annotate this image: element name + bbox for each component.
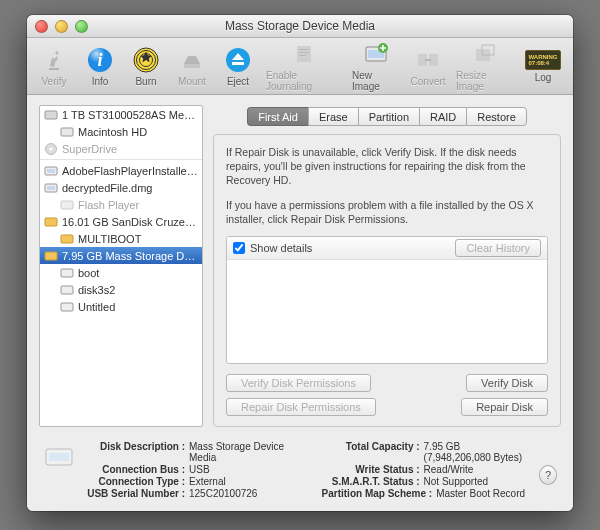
sidebar-item-volume[interactable]: MULTIBOOT xyxy=(40,230,202,247)
ext-vol-icon xyxy=(60,232,74,246)
repair-permissions-button[interactable]: Repair Disk Permissions xyxy=(226,398,376,416)
svg-rect-27 xyxy=(47,186,55,190)
svg-rect-36 xyxy=(49,453,69,461)
sidebar-item-disk[interactable]: 16.01 GB SanDisk Cruze… xyxy=(40,213,202,230)
sidebar-item-superdrive[interactable]: SuperDrive xyxy=(40,140,202,157)
svg-rect-31 xyxy=(45,252,57,260)
svg-rect-30 xyxy=(61,235,73,243)
main-panel: First Aid Erase Partition RAID Restore I… xyxy=(213,105,561,427)
show-details-checkbox[interactable]: Show details xyxy=(233,242,312,254)
disk-utility-window: Mass Storage Device Media Verify i Info … xyxy=(27,15,573,511)
sidebar-item-dmg[interactable]: decryptedFile.dmg xyxy=(40,179,202,196)
external-disk-icon xyxy=(44,215,58,229)
repair-disk-button[interactable]: Repair Disk xyxy=(461,398,548,416)
info-text-2: If you have a permissions problem with a… xyxy=(226,198,548,226)
svg-rect-12 xyxy=(299,55,306,56)
verify-disk-button[interactable]: Verify Disk xyxy=(466,374,548,392)
sidebar-item-disk-selected[interactable]: 7.95 GB Mass Storage D… xyxy=(40,247,202,264)
vol-icon xyxy=(60,266,74,280)
disk-image-icon xyxy=(43,441,75,473)
info-icon: i xyxy=(86,46,114,74)
journal-icon xyxy=(290,40,318,68)
svg-point-23 xyxy=(50,147,53,150)
svg-rect-7 xyxy=(184,64,200,68)
sidebar-item-volume[interactable]: disk3s2 xyxy=(40,281,202,298)
svg-rect-34 xyxy=(61,303,73,311)
verify-button[interactable]: Verify xyxy=(33,44,75,89)
mount-icon xyxy=(178,46,206,74)
svg-rect-21 xyxy=(61,128,73,136)
sidebar-item-volume[interactable]: Macintosh HD xyxy=(40,123,202,140)
resize-image-button[interactable]: Resize Image xyxy=(453,38,517,94)
mount-button[interactable]: Mount xyxy=(171,44,213,89)
new-image-icon xyxy=(362,40,390,68)
sidebar-item-disk[interactable]: 1 TB ST31000528AS Media xyxy=(40,106,202,123)
svg-rect-20 xyxy=(45,111,57,119)
convert-icon xyxy=(414,46,442,74)
eject-icon xyxy=(224,46,252,74)
eject-button[interactable]: Eject xyxy=(217,44,259,89)
microscope-icon xyxy=(40,46,68,74)
window-title: Mass Storage Device Media xyxy=(27,19,573,33)
vol-icon xyxy=(60,198,74,212)
svg-text:i: i xyxy=(97,50,102,70)
burn-icon xyxy=(132,46,160,74)
sidebar-item-volume[interactable]: Flash Player xyxy=(40,196,202,213)
svg-rect-29 xyxy=(45,218,57,226)
sidebar-item-volume[interactable]: Untitled xyxy=(40,298,202,315)
new-image-button[interactable]: New Image xyxy=(349,38,403,94)
svg-rect-28 xyxy=(61,201,73,209)
tab-restore[interactable]: Restore xyxy=(466,107,527,126)
svg-rect-10 xyxy=(299,49,309,50)
dmg-icon xyxy=(44,181,58,195)
svg-rect-33 xyxy=(61,286,73,294)
sidebar-item-volume[interactable]: boot xyxy=(40,264,202,281)
vol-icon xyxy=(60,283,74,297)
log-chip-icon: WARNING07:08:4 xyxy=(525,50,561,70)
resize-icon xyxy=(471,40,499,68)
hd-icon xyxy=(60,125,74,139)
vol-icon xyxy=(60,300,74,314)
titlebar[interactable]: Mass Storage Device Media xyxy=(27,15,573,38)
first-aid-group: If Repair Disk is unavailable, click Ver… xyxy=(213,134,561,427)
external-disk-icon xyxy=(44,249,58,263)
sidebar-item-dmg[interactable]: AdobeFlashPlayerInstalle… xyxy=(40,162,202,179)
svg-rect-32 xyxy=(61,269,73,277)
info-button[interactable]: i Info xyxy=(79,44,121,89)
svg-rect-11 xyxy=(299,52,309,53)
optical-icon xyxy=(44,142,58,156)
details-box: Show details Clear History xyxy=(226,236,548,364)
verify-permissions-button[interactable]: Verify Disk Permissions xyxy=(226,374,371,392)
tab-partition[interactable]: Partition xyxy=(358,107,419,126)
tab-bar: First Aid Erase Partition RAID Restore xyxy=(213,107,561,126)
show-details-input[interactable] xyxy=(233,242,245,254)
disk-info-footer: Disk Description :Mass Storage Device Me… xyxy=(39,435,561,507)
burn-button[interactable]: Burn xyxy=(125,44,167,89)
internal-disk-icon xyxy=(44,108,58,122)
tab-erase[interactable]: Erase xyxy=(308,107,358,126)
svg-rect-9 xyxy=(297,46,311,62)
enable-journaling-button[interactable]: Enable Journaling xyxy=(263,38,345,94)
svg-rect-25 xyxy=(47,169,55,173)
tab-first-aid[interactable]: First Aid xyxy=(247,107,308,126)
log-button[interactable]: WARNING07:08:4 Log xyxy=(525,50,561,83)
clear-history-button[interactable]: Clear History xyxy=(455,239,541,257)
tab-raid[interactable]: RAID xyxy=(419,107,466,126)
log-output xyxy=(227,260,547,363)
disk-sidebar[interactable]: 1 TB ST31000528AS Media Macintosh HD Sup… xyxy=(39,105,203,427)
dmg-icon xyxy=(44,164,58,178)
toolbar: Verify i Info Burn Mount xyxy=(27,38,573,95)
help-button[interactable]: ? xyxy=(539,465,557,485)
convert-button[interactable]: Convert xyxy=(407,44,449,89)
info-text-1: If Repair Disk is unavailable, click Ver… xyxy=(226,145,548,188)
